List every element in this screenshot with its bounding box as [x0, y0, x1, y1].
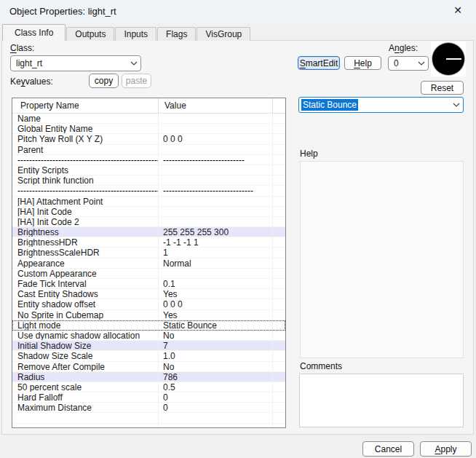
comments-label: Comments — [300, 361, 342, 371]
property-value-cell: No — [159, 331, 273, 341]
table-row[interactable]: Script think function — [12, 175, 285, 186]
comments-textarea[interactable] — [299, 374, 464, 427]
table-row[interactable]: Brightness255 255 255 300 — [12, 227, 285, 237]
table-row[interactable]: Parent — [12, 145, 285, 155]
table-row[interactable]: Cast Entity ShadowsYes — [12, 289, 285, 299]
table-row[interactable]: Custom Appearance — [12, 269, 285, 279]
property-table: Property Name Value NameGlobal Entity Na… — [12, 98, 286, 428]
table-row[interactable]: Entity Scripts — [12, 165, 285, 175]
property-extra-cell — [273, 186, 285, 196]
angles-combobox-value: 0 — [389, 58, 415, 68]
property-extra-cell — [273, 310, 285, 320]
table-row[interactable]: Hard Falloff0 — [12, 392, 285, 403]
column-header-property-name[interactable]: Property Name — [12, 98, 159, 113]
tab-inputs[interactable]: Inputs — [115, 27, 156, 41]
property-name-cell: No Sprite in Cubemap — [12, 310, 159, 320]
table-row[interactable] — [12, 413, 285, 423]
table-row[interactable]: 50 percent scale0.5 — [12, 382, 285, 392]
property-extra-cell — [273, 165, 285, 175]
tab-visgroup[interactable]: VisGroup — [197, 27, 250, 41]
value-combobox[interactable]: Static Bounce — [298, 97, 464, 113]
value-combobox-selected-text: Static Bounce — [301, 99, 358, 111]
table-row[interactable]: Radius786 — [12, 372, 285, 382]
property-extra-cell — [273, 362, 285, 372]
property-name-cell: 50 percent scale — [12, 382, 159, 392]
class-combobox-value: light_rt — [11, 58, 127, 68]
property-value-cell: 0 0 0 — [159, 299, 273, 309]
keyvalues-label: Keyvalues: — [10, 76, 53, 87]
table-row[interactable]: [HA] Init Code — [12, 207, 285, 217]
table-row[interactable]: BrightnessScaleHDR1 — [12, 248, 285, 258]
property-name-cell: Maximum Distance — [12, 403, 159, 413]
property-extra-cell — [273, 175, 285, 186]
tab-outputs[interactable]: Outputs — [66, 27, 114, 41]
property-name-cell: Hard Falloff — [12, 392, 159, 403]
property-extra-cell — [273, 382, 285, 392]
column-header-value[interactable]: Value — [159, 98, 273, 113]
class-combobox[interactable]: light_rt — [10, 55, 141, 71]
smartedit-button[interactable]: SmartEdit — [298, 56, 340, 70]
property-value-cell: Normal — [159, 258, 273, 269]
angles-dial[interactable] — [431, 42, 466, 76]
property-value-cell: Yes — [159, 289, 273, 299]
property-value-cell — [159, 269, 273, 279]
property-name-cell: BrightnessScaleHDR — [12, 248, 159, 258]
property-extra-cell — [273, 341, 285, 351]
chevron-down-icon — [450, 103, 463, 107]
property-name-cell: Radius — [12, 372, 159, 382]
property-name-cell: BrightnessHDR — [12, 237, 159, 248]
table-separator-row[interactable]: ----------------------------------------… — [12, 155, 285, 165]
property-extra-cell — [273, 403, 285, 413]
table-row[interactable]: Global Entity Name — [12, 124, 285, 134]
table-row[interactable]: Maximum Distance0 — [12, 403, 285, 413]
reset-button[interactable]: Reset — [421, 81, 464, 95]
table-row[interactable]: [HA] Init Code 2 — [12, 217, 285, 227]
property-name-cell: Light mode — [12, 320, 159, 331]
property-table-header: Property Name Value — [12, 98, 285, 114]
chevron-down-icon — [127, 61, 140, 66]
property-extra-cell — [273, 134, 285, 144]
property-extra-cell — [273, 299, 285, 309]
table-row[interactable]: AppearanceNormal — [12, 258, 285, 269]
property-value-cell: 0 — [159, 392, 273, 403]
property-name-cell: Script think function — [12, 175, 159, 186]
property-name-cell — [12, 424, 159, 428]
close-icon[interactable]: ✕ — [450, 4, 466, 19]
property-value-cell: 0 0 0 — [159, 134, 273, 144]
property-value-cell — [159, 175, 273, 186]
property-name-cell: Cast Entity Shadows — [12, 289, 159, 299]
table-row[interactable] — [12, 424, 285, 428]
copy-button[interactable]: copy — [89, 74, 119, 88]
window-title: Object Properties: light_rt — [9, 6, 116, 17]
property-value-cell — [159, 424, 273, 428]
table-row[interactable]: [HA] Attachment Point — [12, 197, 285, 207]
table-separator-row[interactable]: ----------------------------------------… — [12, 186, 285, 196]
property-extra-cell — [273, 207, 285, 217]
table-row[interactable]: Remove After CompileNo — [12, 362, 285, 372]
tab-flags[interactable]: Flags — [157, 27, 196, 41]
angles-label: Angles: — [389, 43, 418, 53]
table-row[interactable]: BrightnessHDR-1 -1 -1 1 — [12, 237, 285, 248]
property-value-cell: Yes — [159, 310, 273, 320]
angles-combobox[interactable]: 0 — [388, 56, 429, 71]
table-row[interactable]: Entity shadow offset0 0 0 — [12, 299, 285, 309]
table-row[interactable]: Fade Tick Interval0.1 — [12, 279, 285, 289]
table-row[interactable]: Initial Shadow Size7 — [12, 341, 285, 351]
cancel-button[interactable]: Cancel — [362, 441, 414, 457]
help-button[interactable]: Help — [344, 56, 381, 70]
table-row[interactable]: Use dynamic shadow allocationNo — [12, 331, 285, 341]
property-value-cell — [159, 217, 273, 227]
table-row[interactable]: Name — [12, 114, 285, 124]
property-extra-cell — [273, 392, 285, 403]
tab-class-info[interactable]: Class Info — [2, 24, 66, 41]
paste-button[interactable]: paste — [122, 74, 151, 88]
apply-button[interactable]: Apply — [420, 441, 472, 457]
table-row[interactable]: No Sprite in CubemapYes — [12, 310, 285, 320]
table-row[interactable]: Shadow Size Scale1.0 — [12, 351, 285, 361]
table-row[interactable]: Light modeStatic Bounce — [12, 320, 285, 331]
property-value-cell — [159, 413, 273, 423]
property-value-cell: 1.0 — [159, 351, 273, 361]
property-value-cell: 0.5 — [159, 382, 273, 392]
table-row[interactable]: Pitch Yaw Roll (X Y Z)0 0 0 — [12, 134, 285, 144]
property-name-cell: Custom Appearance — [12, 269, 159, 279]
